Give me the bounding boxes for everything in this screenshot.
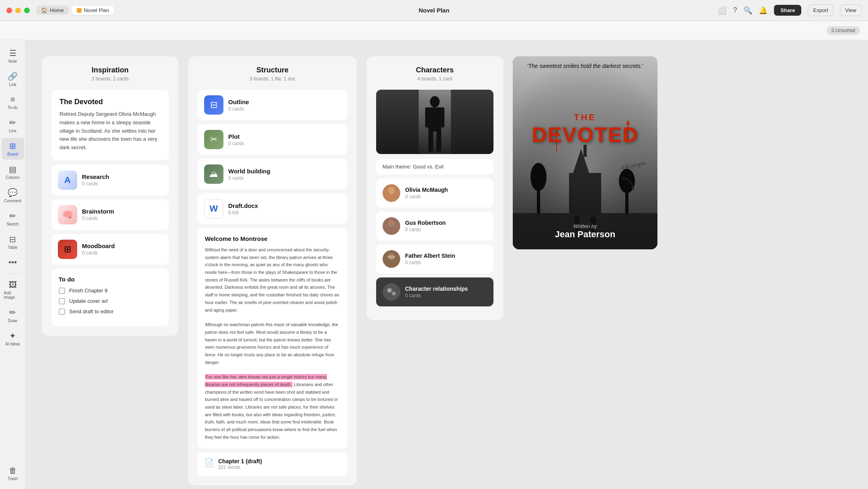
sidebar-item-more[interactable]: ••• — [2, 255, 24, 270]
structure-column: Structure 3 boards, 1 file, 1 doc ⊟ Outl… — [188, 56, 357, 485]
docx-icon: W — [204, 199, 223, 218]
worldbuilding-board-item[interactable]: ⛰ World building 0 cards — [198, 159, 347, 189]
cover-author-block: Written by Jean Paterson — [513, 223, 657, 240]
doc-preview[interactable]: Welcome to Montrose Without the need of … — [198, 228, 347, 448]
draft-file-item[interactable]: W Draft.docx 8 KB — [198, 193, 347, 224]
moodboard-info: Moodboard 0 cards — [82, 242, 115, 256]
todo-checkbox-1[interactable] — [59, 288, 65, 294]
chapter-item[interactable]: 📄 Chapter 1 (draft) 321 words — [198, 452, 347, 476]
sidebar-item-table[interactable]: ⊟ Table — [2, 231, 24, 253]
highlight-text: For one like her, who knows not just a s… — [205, 374, 327, 387]
tab-novel-plan[interactable]: Novel Plan — [72, 6, 114, 15]
tab-dot-icon — [77, 8, 82, 13]
sidebar-divider — [5, 273, 21, 274]
sidebar-item-line[interactable]: ✏ Line — [2, 115, 24, 136]
sidebar-item-addimage[interactable]: 🖼 Add Image — [2, 277, 24, 303]
gus-item[interactable]: Gus Robertson 0 cards — [376, 212, 493, 240]
research-icon-letter: A — [64, 175, 71, 185]
tab-home[interactable]: 🏠 Home — [36, 6, 69, 15]
titlebar-right: ⬜ ? 🔍 🔔 Share Export View — [718, 4, 862, 16]
research-board-item[interactable]: A Research 0 cards — [51, 165, 169, 195]
sidebar-item-draw[interactable]: ✏ Draw — [2, 304, 24, 326]
todo-checkbox-3[interactable] — [59, 308, 65, 315]
char-rel-count: 0 cards — [405, 293, 468, 298]
todo-section: To do Finish Chapter 9 Update cover art … — [51, 269, 169, 326]
sidebar-item-note[interactable]: ☰ Note — [2, 45, 24, 67]
table-icon: ⊟ — [9, 234, 16, 244]
devoted-card[interactable]: The Devoted Retired Deputy Sergeant Oliv… — [51, 90, 169, 160]
sidebar-item-trash[interactable]: 🗑 Trash — [2, 463, 24, 484]
unsorted-badge: 0 Unsorted — [827, 26, 860, 35]
plot-icon-symbol: ✂ — [210, 134, 217, 145]
sidebar-item-comment[interactable]: 💬 Comment — [2, 185, 24, 206]
sidebar-item-aiideas[interactable]: ✦ AI Ideas — [2, 328, 24, 349]
char-rel-name: Character relationships — [405, 286, 468, 292]
worldbuilding-count: 0 cards — [228, 175, 270, 181]
sidebar-item-column[interactable]: ▤ Column — [2, 161, 24, 183]
close-button[interactable] — [6, 8, 12, 13]
maximize-button[interactable] — [24, 8, 30, 13]
todo-item-3[interactable]: Send draft to editor — [59, 308, 162, 315]
sidebar-item-board[interactable]: ⊞ Board — [2, 138, 24, 160]
devoted-card-text: Retired Deputy Sergeant Olivia McMaugh m… — [59, 110, 161, 152]
olivia-count: 0 cards — [405, 194, 448, 199]
cover-the-text: THE — [532, 112, 638, 123]
tab-area: 🏠 Home Novel Plan — [36, 6, 114, 15]
cover-card[interactable]: 'The sweetest smiles hold the darkest se… — [513, 56, 657, 249]
tab-active-label: Novel Plan — [84, 7, 109, 13]
link-icon: 🔗 — [8, 72, 18, 81]
worldbuilding-info: World building 0 cards — [228, 168, 270, 181]
brainstorm-count: 0 cards — [82, 216, 114, 221]
olivia-info: Olivia McMaugh 0 cards — [405, 187, 448, 199]
research-info: Research 0 cards — [82, 173, 109, 187]
char-relationships-item[interactable]: Character relationships 0 cards — [376, 277, 493, 306]
sidebar-trash-label: Trash — [8, 477, 18, 481]
olivia-item[interactable]: Olivia McMaugh 0 cards — [376, 179, 493, 208]
moodboard-board-item[interactable]: ⊞ Moodboard 0 cards — [51, 234, 169, 265]
sidebar-board-label: Board — [7, 152, 18, 156]
brainstorm-board-item[interactable]: 🧠 Brainstorm 0 cards — [51, 199, 169, 230]
svg-point-9 — [388, 187, 395, 194]
research-count: 0 cards — [82, 181, 109, 187]
sidebar-column-label: Column — [6, 175, 19, 180]
moodboard-name: Moodboard — [82, 242, 115, 249]
structure-subtitle: 3 boards, 1 file, 1 doc — [198, 76, 347, 82]
minimize-button[interactable] — [15, 8, 21, 13]
char-rel-icon-svg — [386, 286, 397, 298]
plot-count: 0 cards — [228, 141, 244, 146]
svg-point-18 — [387, 255, 395, 259]
sidebar-item-link[interactable]: 🔗 Link — [2, 68, 24, 90]
help-icon[interactable]: ? — [733, 6, 737, 14]
export-button[interactable]: Export — [808, 4, 833, 16]
todo-label-3: Send draft to editor — [69, 308, 114, 314]
note-icon: ☰ — [9, 48, 16, 58]
todo-checkbox-2[interactable] — [59, 298, 65, 304]
device-icon[interactable]: ⬜ — [718, 6, 727, 15]
notification-icon[interactable]: 🔔 — [759, 6, 768, 15]
outline-board-item[interactable]: ⊟ Outline 0 cards — [198, 90, 347, 120]
toolbar: 0 Unsorted — [0, 21, 868, 40]
research-icon: A — [58, 171, 77, 190]
plot-board-item[interactable]: ✂ Plot 0 cards — [198, 124, 347, 155]
share-button[interactable]: Share — [774, 5, 801, 16]
sidebar-note-label: Note — [8, 59, 17, 64]
todo-item-1[interactable]: Finish Chapter 9 — [59, 288, 162, 294]
traffic-lights — [6, 8, 30, 13]
chapter-info: Chapter 1 (draft) 321 words — [218, 458, 262, 470]
albert-avatar — [383, 250, 400, 268]
todo-label-1: Finish Chapter 9 — [69, 288, 107, 294]
todo-item-2[interactable]: Update cover art — [59, 298, 162, 304]
tab-home-label: Home — [50, 7, 64, 13]
gus-avatar — [383, 217, 400, 235]
todo-title: To do — [59, 276, 162, 283]
sidebar-item-sketch[interactable]: ✏ Sketch — [2, 208, 24, 230]
search-icon[interactable]: 🔍 — [743, 6, 752, 15]
sidebar-item-todo[interactable]: ≡ To-do — [2, 92, 24, 113]
view-button[interactable]: View — [840, 4, 862, 16]
albert-item[interactable]: Father Albert Stein 0 cards — [376, 244, 493, 273]
sidebar-sketch-label: Sketch — [6, 222, 19, 226]
trash-icon: 🗑 — [9, 466, 17, 475]
sidebar-aiideas-label: AI Ideas — [5, 342, 20, 346]
moodboard-icon: ⊞ — [58, 240, 77, 259]
inspiration-header: Inspiration 3 boards, 2 cards — [51, 66, 169, 82]
